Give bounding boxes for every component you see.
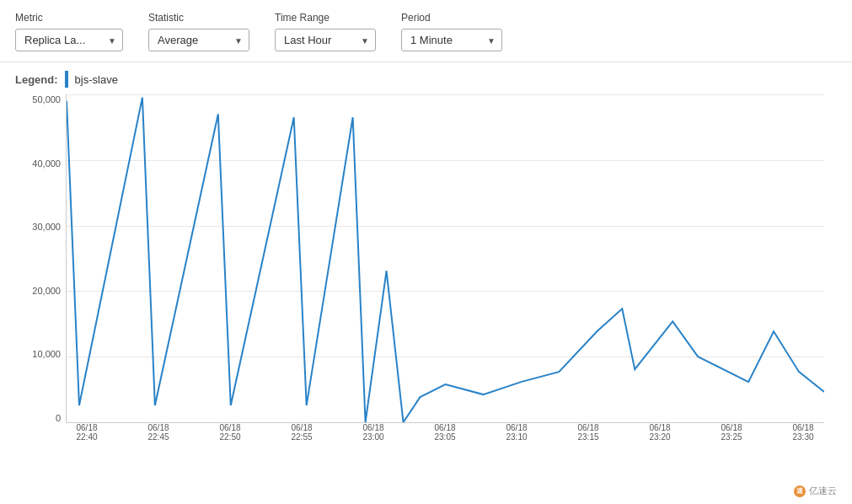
x-tick-2300: 06/18 23:00 [352,423,394,448]
legend-color-bar [65,71,68,88]
period-label: Period [401,12,502,24]
chart-line [67,98,824,422]
statistic-label: Statistic [148,12,249,24]
x-tick-2305: 06/18 23:05 [424,423,466,448]
y-tick-50000: 50,000 [32,94,61,105]
line-chart-svg [67,94,824,422]
timerange-control: Time Range Last Hour Last 3 Hours Last D… [275,12,376,51]
y-tick-40000: 40,000 [32,158,61,169]
x-tick-2310: 06/18 23:10 [496,423,538,448]
x-tick-2325: 06/18 23:25 [710,423,753,448]
x-tick-2320: 06/18 23:20 [639,423,681,448]
x-tick-2330: 06/18 23:30 [782,423,824,448]
controls-bar: Metric Replica La... CPU Utilization Rea… [0,0,852,62]
metric-select[interactable]: Replica La... CPU Utilization Read IOPS … [15,29,123,51]
timerange-select-wrapper: Last Hour Last 3 Hours Last Day Last Wee… [275,29,376,51]
watermark: 速 亿速云 [794,485,837,497]
chart-container: 50,000 40,000 30,000 20,000 10,000 0 06/… [15,94,824,448]
y-tick-0: 0 [56,413,61,423]
statistic-select-wrapper: Average Sum Minimum Maximum SampleCount [148,29,249,51]
watermark-icon: 速 [794,485,806,497]
y-tick-20000: 20,000 [32,286,61,296]
x-tick-2240: 06/18 22:40 [66,423,108,448]
period-control: Period 1 Minute 5 Minutes 1 Hour 1 Day [401,12,502,51]
y-tick-10000: 10,000 [32,349,61,359]
legend-series-name: bjs-slave [75,73,118,86]
metric-label: Metric [15,12,123,24]
timerange-label: Time Range [275,12,376,24]
metric-control: Metric Replica La... CPU Utilization Rea… [15,12,123,51]
x-tick-2315: 06/18 23:15 [567,423,609,448]
x-tick-2245: 06/18 22:45 [137,423,180,448]
period-select-wrapper: 1 Minute 5 Minutes 1 Hour 1 Day [401,29,502,51]
y-tick-30000: 30,000 [32,222,61,232]
x-axis: 06/18 22:40 06/18 22:45 06/18 22:50 06/1… [66,423,824,448]
legend: Legend: bjs-slave [15,71,837,88]
legend-label: Legend: [15,73,58,86]
period-select[interactable]: 1 Minute 5 Minutes 1 Hour 1 Day [401,29,502,51]
watermark-text: 亿速云 [809,485,837,497]
chart-area: Legend: bjs-slave 50,000 40,000 30,000 2… [0,62,852,448]
metric-select-wrapper: Replica La... CPU Utilization Read IOPS … [15,29,123,51]
timerange-select[interactable]: Last Hour Last 3 Hours Last Day Last Wee… [275,29,376,51]
chart-body [66,94,824,423]
statistic-control: Statistic Average Sum Minimum Maximum Sa… [148,12,249,51]
y-axis: 50,000 40,000 30,000 20,000 10,000 0 [15,94,66,423]
x-tick-2250: 06/18 22:50 [209,423,251,448]
statistic-select[interactable]: Average Sum Minimum Maximum SampleCount [148,29,249,51]
x-tick-2255: 06/18 22:55 [281,423,323,448]
